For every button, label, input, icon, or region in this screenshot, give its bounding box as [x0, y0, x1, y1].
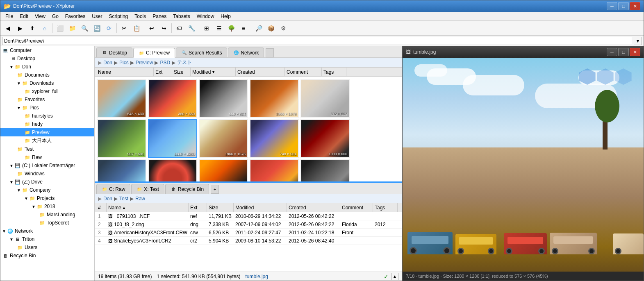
tree-item-hedy[interactable]: 📁 hedy: [0, 120, 94, 128]
thumb-2[interactable]: 360 × 360: [148, 79, 197, 118]
redo-button[interactable]: ↪: [158, 23, 170, 34]
tree-item-network[interactable]: ▼ 🌐 Network: [0, 227, 94, 235]
thumb-8[interactable]: 1966 × 1576: [199, 119, 248, 158]
menu-edit[interactable]: Edit: [16, 13, 32, 20]
search-button[interactable]: 🔍: [79, 23, 90, 34]
menu-window[interactable]: Window: [193, 13, 218, 20]
tree-item-recycle[interactable]: 🗑 Recycle Bin: [0, 252, 94, 260]
address-input[interactable]: Don\Pics\Preview\: [2, 37, 632, 45]
thumb-11[interactable]: 776 × 436: [97, 159, 146, 181]
tab-search-results[interactable]: 🔍 Search Results: [176, 48, 227, 57]
thumb-4[interactable]: 1966 × 1576: [250, 79, 299, 118]
tree-item-pics[interactable]: ▼ 📁 Pics: [0, 104, 94, 112]
tree-item-windows[interactable]: 📁 Windows: [0, 170, 94, 178]
preview-maximize-button[interactable]: □: [618, 48, 629, 56]
breadcrumb-pics[interactable]: Pics: [119, 60, 129, 66]
tree-item-don[interactable]: ▼ 📁 Don: [0, 63, 94, 71]
tree-item-computer[interactable]: 💻 Computer: [0, 46, 94, 54]
file-row-1[interactable]: 1 🖼 _0791103_.NEF nef 11,791 KB 2010-06-…: [95, 212, 402, 220]
bottom-col-tags[interactable]: Tags: [373, 203, 398, 212]
add-bottom-tab-button[interactable]: +: [211, 185, 219, 194]
menu-favorites[interactable]: Favorites: [62, 13, 89, 20]
bottom-breadcrumb-raw[interactable]: Raw: [135, 196, 145, 202]
home-button[interactable]: ⌂: [39, 23, 50, 34]
find-button[interactable]: 🔎: [253, 23, 264, 34]
tree-item-2018[interactable]: ▼ 📁 2018: [0, 202, 94, 211]
add-tab-button[interactable]: +: [266, 48, 274, 57]
menu-go[interactable]: Go: [49, 13, 62, 20]
undo-button[interactable]: ↩: [146, 23, 157, 34]
menu-help[interactable]: Help: [217, 13, 234, 20]
col-tags[interactable]: Tags: [322, 68, 346, 76]
col-modified[interactable]: Modified ▼: [191, 68, 236, 76]
tree-item-downloads[interactable]: ▼ 📁 Downloads: [0, 79, 94, 87]
tree-item-users[interactable]: 📁 Users: [0, 243, 94, 252]
close-button[interactable]: ✕: [630, 2, 640, 10]
menu-tools[interactable]: Tools: [131, 13, 149, 20]
menu-file[interactable]: File: [2, 13, 16, 20]
tree-item-projects[interactable]: ▼ 📁 Projects: [0, 194, 94, 202]
col-ext[interactable]: Ext: [154, 68, 172, 76]
file-row-4[interactable]: 4 🖼 SnakeEyesAC3Front.CR2 cr2 5,904 KB 2…: [95, 237, 402, 245]
tree-item-xyplorer[interactable]: 📁 xyplorer_full: [0, 87, 94, 95]
cut-button[interactable]: ✂: [118, 23, 130, 34]
thumb-1[interactable]: 645 × 430: [97, 79, 146, 118]
paste-button[interactable]: 📋: [131, 23, 142, 34]
thumb-10[interactable]: 1000 × 666: [300, 119, 350, 158]
view-details-button[interactable]: ≡: [238, 23, 249, 34]
file-row-3[interactable]: 3 🖼 AmericanHistoryXAC3Front.CRW crw 6,5…: [95, 229, 402, 237]
tab-c-preview[interactable]: 📁 C: Preview: [133, 48, 175, 58]
wrench-button[interactable]: 🔧: [186, 23, 197, 34]
tree-item-c-drive[interactable]: ▼ 💾 (C:) Lokaler Datenträger: [0, 161, 94, 170]
tab-x-test[interactable]: 📁 X: Test: [131, 184, 164, 194]
preview-close-button[interactable]: ✕: [630, 48, 640, 56]
preview-content[interactable]: [403, 58, 644, 272]
bottom-col-ext[interactable]: Ext: [189, 203, 207, 212]
settings-button[interactable]: ⚙: [278, 23, 289, 34]
maximize-button[interactable]: □: [618, 2, 629, 10]
tree-item-documents[interactable]: 📁 Documents: [0, 71, 94, 79]
thumb-13[interactable]: 306 × 172: [199, 159, 248, 181]
menu-scripting[interactable]: Scripting: [106, 13, 132, 20]
thumb-14[interactable]: 1024 × 684: [250, 159, 299, 181]
tree-item-dainihonjin[interactable]: 📁 大日本人: [0, 136, 94, 145]
sync-button[interactable]: ⟳: [103, 23, 115, 34]
thumb-6[interactable]: 907 × 601: [97, 119, 146, 158]
back-button[interactable]: ◀: [2, 23, 14, 34]
bottom-col-name[interactable]: Name ▲: [107, 203, 189, 212]
bottom-breadcrumb-test[interactable]: Test: [119, 196, 128, 202]
preview-minimize-button[interactable]: ─: [607, 48, 617, 56]
tab-recycle[interactable]: 🗑 Recycle Bin: [165, 184, 209, 194]
tab-network[interactable]: 🌐 Network: [228, 48, 264, 57]
bottom-col-num[interactable]: #: [96, 203, 107, 212]
tab-desktop[interactable]: 🖥 Desktop: [96, 48, 132, 57]
tree-item-hairstyles[interactable]: 📁 hairstyles: [0, 112, 94, 120]
col-name[interactable]: Name: [96, 68, 154, 76]
tree-item-desktop[interactable]: 🖥 Desktop: [0, 54, 94, 63]
tree-item-raw[interactable]: 📁 Raw: [0, 153, 94, 161]
tree-item-favorites[interactable]: 📁 Favorites: [0, 95, 94, 104]
status-arrow-button[interactable]: ▲: [391, 273, 398, 280]
thumb-9[interactable]: 748 × 561: [250, 119, 299, 158]
minimize-button[interactable]: ─: [607, 2, 617, 10]
breadcrumb-don[interactable]: Don: [103, 60, 112, 66]
col-size[interactable]: Size: [172, 68, 191, 76]
tree-item-test[interactable]: 📁 Test: [0, 145, 94, 153]
breadcrumb-japanese[interactable]: テスト: [177, 59, 192, 66]
thumb-5[interactable]: 392 × 602: [300, 79, 350, 118]
view-grid-button[interactable]: ⊞: [201, 23, 212, 34]
up-button[interactable]: ⬆: [27, 23, 38, 34]
bottom-col-modified[interactable]: Modified: [234, 203, 287, 212]
tree-item-z-drive[interactable]: ▼ 💾 (Z:) Drive: [0, 178, 94, 186]
menu-view[interactable]: View: [32, 13, 49, 20]
thumb-3[interactable]: 600 × 824: [199, 79, 248, 118]
tree-item-preview[interactable]: 📁 Preview: [0, 128, 94, 136]
col-comment[interactable]: Comment: [285, 68, 322, 76]
refresh-button[interactable]: 🔄: [91, 23, 102, 34]
thumb-7[interactable]: 1280 × 1280: [148, 119, 197, 158]
tree-item-company[interactable]: ▼ 📁 Company: [0, 186, 94, 194]
address-dropdown[interactable]: ▼: [634, 37, 642, 45]
bottom-breadcrumb-don[interactable]: Don: [103, 196, 112, 202]
bottom-col-created[interactable]: Created: [287, 203, 340, 212]
breadcrumb-preview[interactable]: Preview: [136, 60, 153, 66]
